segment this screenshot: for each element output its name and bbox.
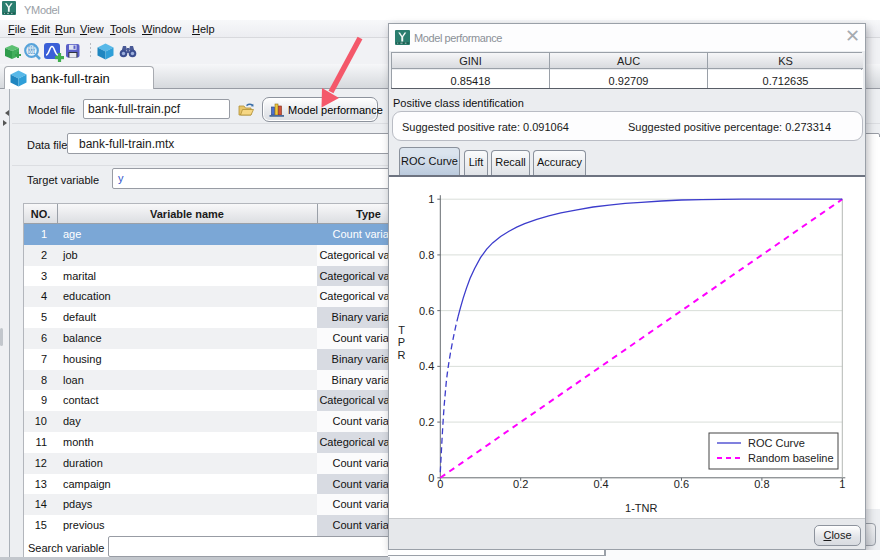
- svg-text:Random baseline: Random baseline: [748, 452, 834, 464]
- svg-text:T: T: [398, 324, 405, 336]
- svg-text:1: 1: [428, 193, 434, 205]
- svg-text:0.2: 0.2: [419, 416, 434, 428]
- svg-text:0.8: 0.8: [754, 478, 769, 490]
- svg-text:0.6: 0.6: [419, 305, 434, 317]
- svg-text:R: R: [398, 349, 406, 361]
- svg-text:1-TNR: 1-TNR: [625, 502, 657, 514]
- svg-text:0.4: 0.4: [419, 360, 434, 372]
- svg-text:0.8: 0.8: [419, 249, 434, 261]
- svg-text:0: 0: [428, 472, 434, 484]
- svg-text:0.6: 0.6: [674, 478, 689, 490]
- svg-text:0.4: 0.4: [593, 478, 608, 490]
- svg-text:ROC Curve: ROC Curve: [748, 437, 805, 449]
- svg-text:P: P: [398, 336, 405, 348]
- svg-text:1: 1: [839, 478, 845, 490]
- svg-text:0: 0: [437, 478, 443, 490]
- svg-text:0.2: 0.2: [513, 478, 528, 490]
